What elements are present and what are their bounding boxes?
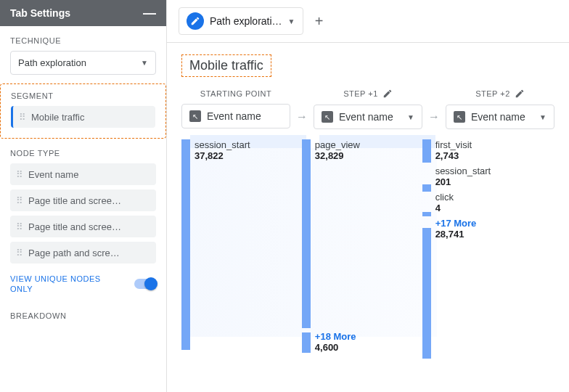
start-node-select[interactable]: ↖ Event name [181,104,290,128]
segment-chip-label: Mobile traffic [31,112,84,123]
breakdown-section-label: BREAKDOWN [0,294,166,326]
segment-section-label: SEGMENT [11,91,155,106]
segment-section[interactable]: SEGMENT ⠿ Mobile traffic [0,83,166,139]
minimize-icon[interactable]: — [143,9,156,17]
sankey-node-name: session_start [195,139,250,150]
sankey-node-name: click [435,192,491,203]
step-start-col: STARTING POINT ↖ Event name [181,89,290,128]
sankey-node[interactable]: session_start 37,822 [195,139,250,161]
sankey-node-value: 37,822 [195,150,250,161]
technique-section-label: TECHNIQUE [0,26,166,51]
drag-handle-icon[interactable]: ⠿ [16,221,22,232]
nodetype-chip-label: Event name [28,169,78,180]
sankey-col-2: first_visit 2,743 session_start 201 clic… [422,139,554,353]
cursor-icon: ↖ [322,111,333,123]
main-area: Path explorati… ▼ + Mobile traffic START… [167,0,569,392]
sankey-node-name: session_start [435,166,491,176]
nodetype-chip-label: Page path and scre… [28,248,120,258]
sankey-bar[interactable] [422,184,431,192]
chevron-down-icon: ▼ [407,113,414,121]
step2-col: STEP +2 ↖ Event name ▼ [446,89,554,129]
steps-header: STARTING POINT ↖ Event name → STEP +1 ↖ … [167,83,569,135]
sankey-node-value: 201 [435,176,491,187]
sankey-node-name: page_view [315,139,360,150]
step1-col: STEP +1 ↖ Event name ▼ [314,89,422,129]
chevron-down-icon: ▼ [539,113,547,121]
node-label: Event name [471,111,533,123]
sankey-node[interactable]: click 4 [435,192,491,213]
sankey-node[interactable]: first_visit 2,743 [435,139,491,161]
nodetype-section-label: NODE TYPE [0,139,166,163]
edit-icon[interactable] [382,89,393,99]
exploration-title[interactable]: Mobile traffic [181,54,271,77]
edit-icon[interactable] [515,89,525,99]
tab-label: Path explorati… [210,15,282,27]
step2-label: STEP +2 [446,89,554,99]
sankey-node-value: 4 [435,203,491,213]
sankey-node-name: +18 More [315,331,356,342]
drag-handle-icon[interactable]: ⠿ [16,248,22,258]
sankey-col-1: page_view 32,829 +18 More 4,600 [302,139,422,353]
exploration-tab[interactable]: Path explorati… ▼ [179,7,303,35]
nodetype-list: ⠿Event name ⠿Page title and scree… ⠿Page… [0,163,166,264]
add-tab-button[interactable]: + [308,9,331,33]
edit-icon [187,12,204,30]
arrow-right-icon: → [296,94,308,123]
sankey-node-value: 2,743 [435,150,491,161]
step1-node-select[interactable]: ↖ Event name ▼ [314,105,422,129]
sankey-node-value: 32,829 [315,150,360,161]
node-label: Event name [339,111,401,123]
step2-node-select[interactable]: ↖ Event name ▼ [446,105,554,129]
sidebar-header: Tab Settings — [0,0,166,26]
sidebar-body: TECHNIQUE Path exploration ▼ SEGMENT ⠿ M… [0,26,166,392]
sankey-node-value: 4,600 [315,342,356,353]
sankey-chart: session_start 37,822 page_view 32,829 [167,135,569,353]
nodetype-chip-label: Page title and scree… [28,195,121,206]
sankey-bar[interactable] [422,228,431,359]
sankey-node[interactable]: page_view 32,829 [315,139,360,161]
sankey-node-name: +17 More [435,218,491,229]
sankey-node-value: 28,741 [435,229,491,240]
sankey-node[interactable]: session_start 201 [435,166,491,187]
sidebar-title: Tab Settings [10,7,70,19]
nodetype-chip[interactable]: ⠿Page title and scree… [10,216,156,237]
cursor-icon: ↖ [454,111,465,123]
nodetype-chip-label: Page title and scree… [28,221,121,232]
chevron-down-icon: ▼ [288,17,295,25]
sankey-col-0: session_start 37,822 [181,139,302,353]
nodetype-chip[interactable]: ⠿Event name [10,163,156,185]
arrow-right-icon: → [428,94,440,123]
sankey-bar[interactable] [422,139,431,163]
technique-select[interactable]: Path exploration ▼ [10,51,156,75]
settings-sidebar: Tab Settings — TECHNIQUE Path exploratio… [0,0,167,392]
drag-handle-icon[interactable]: ⠿ [16,169,22,180]
sankey-node-name: first_visit [435,139,491,150]
view-unique-label: VIEW UNIQUE NODES ONLY [10,274,112,294]
technique-value: Path exploration [18,57,86,68]
step-start-label: STARTING POINT [181,89,290,98]
view-unique-toggle[interactable] [134,279,156,289]
sankey-node-more[interactable]: +17 More 28,741 [435,218,491,240]
sankey-bar[interactable] [302,139,311,328]
drag-handle-icon[interactable]: ⠿ [16,195,22,206]
sankey-node-more[interactable]: +18 More 4,600 [315,331,356,353]
nodetype-chip[interactable]: ⠿Page title and scree… [10,189,156,211]
sankey-bar[interactable] [422,212,431,216]
segment-chip[interactable]: ⠿ Mobile traffic [11,106,155,128]
view-unique-row: VIEW UNIQUE NODES ONLY [0,264,166,294]
sankey-bar[interactable] [181,139,190,350]
cursor-icon: ↖ [189,110,201,122]
nodetype-chip[interactable]: ⠿Page path and scre… [10,242,156,264]
chevron-down-icon: ▼ [141,59,148,67]
tab-bar: Path explorati… ▼ + [167,0,569,43]
step1-label: STEP +1 [314,89,422,99]
node-label: Event name [207,110,282,122]
sankey-bar[interactable] [302,332,311,353]
drag-handle-icon[interactable]: ⠿ [19,112,25,123]
